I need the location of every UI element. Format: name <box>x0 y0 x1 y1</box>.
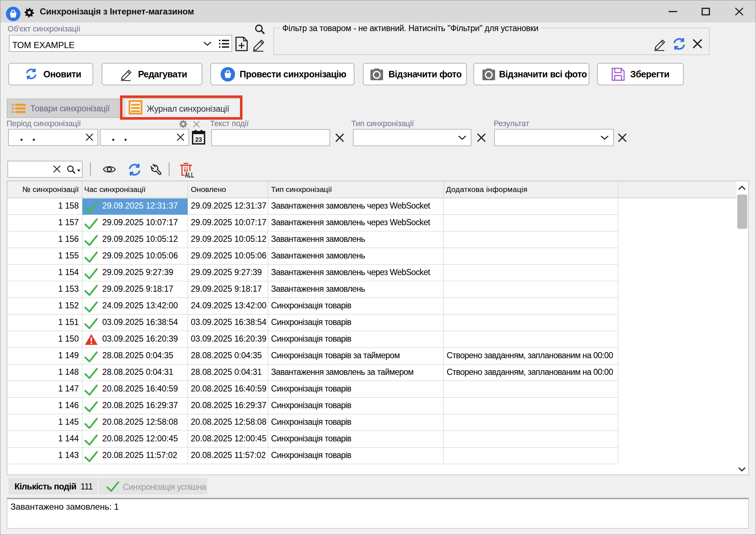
svg-text:ALL: ALL <box>185 171 194 178</box>
svg-text:23: 23 <box>195 136 202 143</box>
